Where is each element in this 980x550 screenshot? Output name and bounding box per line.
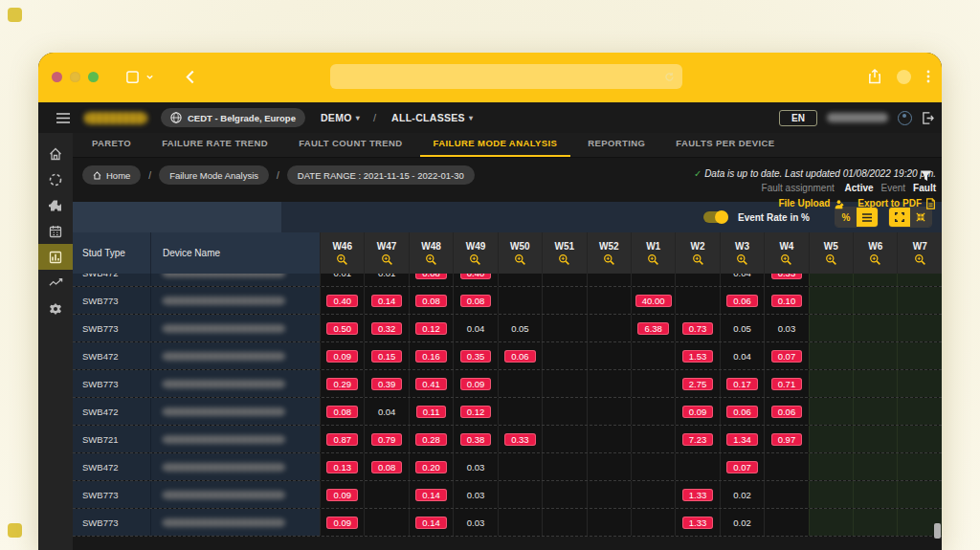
event-rate-badge[interactable]: 1.33 (682, 517, 714, 529)
event-rate-badge[interactable]: 0.06 (726, 406, 758, 418)
event-rate-badge[interactable]: 0.79 (371, 433, 403, 446)
fault-option-active[interactable]: Active (845, 183, 874, 193)
event-rate-badge[interactable]: 0.40 (326, 295, 358, 307)
week-column-header-w46[interactable]: W46 (320, 232, 364, 274)
sidebar-item-settings[interactable] (38, 296, 73, 321)
tab-faults-per-device[interactable]: FAULTS PER DEVICE (662, 132, 788, 157)
event-rate-badge[interactable]: 0.17 (726, 378, 758, 390)
tab-failure-mode-analysis[interactable]: FAILURE MODE ANALYSIS (420, 132, 571, 157)
event-rate-badge[interactable]: 0.97 (771, 433, 803, 446)
week-column-header-w4[interactable]: W4 (764, 232, 808, 274)
zoom-window-button[interactable] (88, 72, 99, 82)
event-rate-badge[interactable]: 0.20 (415, 461, 447, 473)
event-rate-badge[interactable]: 0.28 (415, 433, 447, 446)
event-rate-badge[interactable]: 0.50 (326, 322, 358, 335)
percent-mode-button[interactable]: % (835, 208, 857, 227)
event-rate-badge[interactable]: 0.38 (460, 433, 492, 446)
sidebar-item-home[interactable] (38, 141, 73, 166)
event-rate-badge[interactable]: 0.87 (326, 433, 358, 446)
event-rate-badge[interactable]: 0.08 (326, 406, 358, 418)
export-pdf-link[interactable]: Export to PDF (858, 197, 936, 210)
week-column-header-w48[interactable]: W48 (409, 232, 453, 274)
week-column-header-w52[interactable]: W52 (587, 232, 631, 274)
reload-icon[interactable] (664, 72, 675, 82)
breadcrumb-home[interactable]: Home (82, 165, 141, 185)
event-rate-badge[interactable]: 0.10 (771, 295, 803, 307)
user-avatar-icon[interactable] (898, 111, 912, 125)
breadcrumb-date-range[interactable]: DATE RANGE : 2021-11-15 - 2022-01-30 (287, 165, 475, 185)
event-rate-badge[interactable]: 0.14 (415, 489, 447, 501)
browser-menu-icon[interactable] (926, 70, 930, 83)
collapse-view-button[interactable] (910, 208, 931, 227)
sidebar-item-trends[interactable] (38, 270, 73, 296)
week-column-header-w6[interactable]: W6 (853, 232, 897, 274)
week-column-header-w47[interactable]: W47 (364, 232, 408, 274)
back-button-icon[interactable] (185, 70, 195, 84)
event-rate-badge[interactable]: 0.71 (771, 378, 803, 390)
event-rate-badge[interactable]: 0.13 (326, 461, 358, 473)
event-rate-badge[interactable]: 0.06 (726, 295, 758, 307)
stud-type-header[interactable]: Stud Type (73, 232, 151, 274)
sidebar-item-integrations[interactable] (38, 192, 73, 218)
event-rate-badge[interactable]: 0.08 (415, 274, 447, 279)
event-rate-badge[interactable]: 7.23 (682, 433, 714, 446)
event-rate-badge[interactable]: 0.15 (371, 350, 403, 363)
environment-selector[interactable]: DEMO▾ (321, 112, 360, 123)
event-rate-badge[interactable]: 0.11 (416, 406, 447, 418)
sidebar-item-status[interactable] (38, 166, 73, 192)
event-rate-badge[interactable]: 0.08 (371, 461, 403, 473)
tab-pareto[interactable]: PARETO (78, 132, 145, 157)
event-rate-badge[interactable]: 2.75 (682, 378, 714, 390)
week-column-header-w2[interactable]: W2 (675, 232, 719, 274)
event-rate-badge[interactable]: 0.29 (326, 378, 358, 390)
event-rate-badge[interactable]: 0.07 (771, 350, 803, 363)
event-rate-badge[interactable]: 0.12 (460, 406, 492, 418)
event-rate-badge[interactable]: 0.07 (726, 461, 758, 473)
fault-option-fault[interactable]: Fault (913, 183, 936, 193)
share-icon[interactable] (868, 69, 881, 84)
fault-option-event[interactable]: Event (881, 183, 906, 193)
event-rate-badge[interactable]: 0.73 (682, 322, 714, 335)
tab-reporting[interactable]: REPORTING (574, 132, 658, 157)
event-rate-badge[interactable]: 0.35 (460, 350, 492, 363)
tab-overview-icon[interactable] (125, 70, 140, 84)
event-rate-badge[interactable]: 0.09 (682, 406, 714, 418)
event-rate-badge[interactable]: 0.40 (460, 274, 492, 279)
breadcrumb-page[interactable]: Failure Mode Analysis (159, 165, 269, 185)
week-column-header-w50[interactable]: W50 (498, 232, 542, 274)
event-rate-badge[interactable]: 1.53 (682, 350, 714, 363)
event-rate-badge[interactable]: 0.09 (326, 350, 358, 363)
event-rate-badge[interactable]: 0.08 (460, 295, 492, 307)
sidebar-item-analysis-active[interactable] (38, 244, 73, 270)
location-selector[interactable]: CEDT - Belgrade, Europe (161, 108, 305, 127)
minimize-window-button[interactable] (70, 72, 80, 82)
event-rate-badge[interactable]: 0.06 (504, 350, 536, 363)
fullscreen-button[interactable] (889, 208, 910, 227)
sidebar-item-schedule[interactable] (38, 218, 73, 244)
event-rate-badge[interactable]: 0.16 (415, 350, 447, 363)
address-bar[interactable] (330, 64, 682, 89)
week-column-header-w7[interactable]: W7 (897, 232, 941, 274)
list-mode-button[interactable] (857, 208, 878, 227)
browser-profile-avatar[interactable] (897, 70, 911, 84)
event-rate-badge[interactable]: 0.09 (460, 378, 492, 390)
event-rate-badge[interactable]: 1.34 (726, 433, 758, 446)
event-rate-badge[interactable]: 40.00 (635, 295, 672, 307)
week-column-header-w51[interactable]: W51 (542, 232, 586, 274)
event-rate-badge[interactable]: 0.09 (326, 517, 358, 529)
tab-dropdown-chevron-icon[interactable] (145, 73, 154, 81)
week-column-header-w5[interactable]: W5 (809, 232, 853, 274)
tab-fault-count-trend[interactable]: FAULT COUNT TREND (285, 132, 415, 157)
week-column-header-w3[interactable]: W3 (720, 232, 764, 274)
file-upload-link[interactable]: File Upload (778, 197, 844, 210)
hamburger-menu-icon[interactable] (46, 113, 80, 123)
week-column-header-w1[interactable]: W1 (631, 232, 675, 274)
event-rate-badge[interactable]: 0.33 (771, 274, 803, 279)
class-selector[interactable]: ALL-CLASSES▾ (391, 112, 473, 123)
event-rate-toggle[interactable] (703, 211, 728, 223)
device-name-header[interactable]: Device Name (151, 232, 320, 274)
event-rate-badge[interactable]: 0.33 (504, 433, 536, 446)
event-rate-badge[interactable]: 0.12 (415, 322, 447, 335)
language-button[interactable]: EN (779, 110, 817, 126)
event-rate-badge[interactable]: 0.14 (371, 295, 403, 307)
